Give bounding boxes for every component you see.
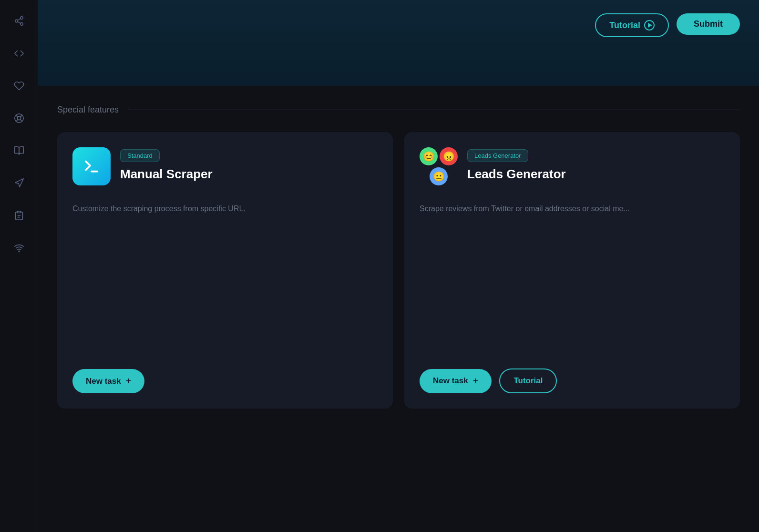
- card-header-leads: 😊 😠 😐 Leads Generator Leads Generator: [420, 147, 725, 185]
- section-title: Special features: [57, 105, 119, 115]
- megaphone-icon[interactable]: [10, 174, 29, 193]
- new-task-label-leads: New task: [433, 376, 468, 386]
- signal-icon[interactable]: [10, 238, 29, 257]
- submit-button[interactable]: Submit: [677, 13, 740, 35]
- terminal-icon: [72, 147, 111, 185]
- card-footer-leads: New task + Tutorial: [420, 368, 725, 393]
- book-icon[interactable]: [10, 141, 29, 160]
- manual-scraper-card: Standard Manual Scraper Customize the sc…: [57, 132, 393, 409]
- svg-rect-12: [17, 211, 21, 213]
- help-icon[interactable]: [10, 109, 29, 128]
- svg-line-7: [16, 115, 18, 117]
- cards-grid: Standard Manual Scraper Customize the sc…: [57, 132, 740, 409]
- face-blue: 😐: [430, 167, 448, 185]
- svg-line-10: [20, 115, 21, 117]
- section-header: Special features: [57, 105, 740, 115]
- content-area: Special features Standard Manual Scraper: [38, 86, 759, 532]
- section-divider: [128, 110, 740, 110]
- face-green: 😊: [420, 147, 438, 165]
- leads-generator-title: Leads Generator: [467, 167, 566, 182]
- plus-icon-leads: +: [473, 376, 479, 387]
- play-icon: [644, 20, 655, 31]
- svg-line-4: [17, 19, 20, 20]
- manual-scraper-description: Customize the scraping process from spec…: [72, 203, 378, 215]
- tutorial-card-label-leads: Tutorial: [513, 376, 543, 386]
- card-badge-standard: Standard: [120, 149, 160, 162]
- card-badge-leads: Leads Generator: [467, 149, 528, 162]
- sidebar: [0, 0, 38, 532]
- top-banner: Tutorial Submit: [38, 0, 759, 86]
- new-task-label-manual: New task: [86, 377, 121, 386]
- heart-icon[interactable]: [10, 76, 29, 95]
- svg-line-11: [16, 120, 18, 122]
- main-content: Tutorial Submit Special features: [38, 0, 759, 532]
- clipboard-icon[interactable]: [10, 206, 29, 225]
- card-header-manual: Standard Manual Scraper: [72, 147, 378, 185]
- tutorial-button[interactable]: Tutorial: [595, 13, 669, 37]
- leads-generator-card: 😊 😠 😐 Leads Generator Leads Generator Sc…: [404, 132, 740, 409]
- svg-line-3: [17, 21, 20, 23]
- code-icon[interactable]: [10, 44, 29, 63]
- new-task-button-manual[interactable]: New task +: [72, 369, 144, 393]
- share-icon[interactable]: [10, 11, 29, 31]
- svg-line-8: [20, 120, 22, 122]
- submit-label: Submit: [694, 19, 723, 29]
- face-red: 😠: [440, 147, 458, 165]
- leads-faces-icon: 😊 😠 😐: [420, 147, 458, 185]
- manual-scraper-title: Manual Scraper: [120, 167, 213, 182]
- leads-generator-description: Scrape reviews from Twitter or email add…: [420, 203, 725, 215]
- card-footer-manual: New task +: [72, 369, 378, 393]
- plus-icon-manual: +: [126, 376, 132, 387]
- card-header-text-leads: Leads Generator Leads Generator: [467, 147, 566, 182]
- tutorial-label: Tutorial: [609, 20, 640, 31]
- new-task-button-leads[interactable]: New task +: [420, 369, 492, 393]
- card-header-text-manual: Standard Manual Scraper: [120, 147, 213, 182]
- svg-point-15: [19, 251, 20, 252]
- tutorial-card-button-leads[interactable]: Tutorial: [499, 368, 557, 393]
